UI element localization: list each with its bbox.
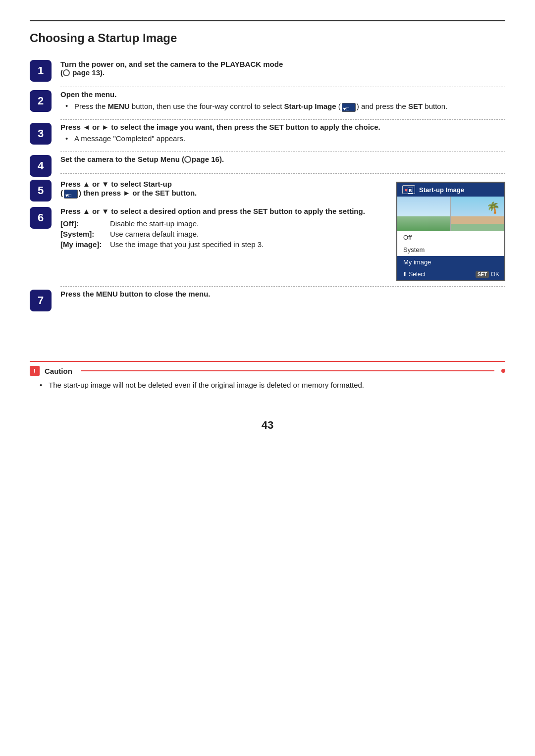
caution-label: Caution xyxy=(45,367,72,375)
caution-dot xyxy=(501,369,505,373)
step-7-title: Press the MENU button to close the menu. xyxy=(60,290,505,298)
option-system-value: Use camera default image. xyxy=(110,230,381,238)
camera-option-off: Off xyxy=(397,231,504,244)
camera-ui-options: Off System My image xyxy=(397,231,504,268)
step-6-title: Press ▲ or ▼ to select a desired option … xyxy=(60,207,381,215)
step-number-3: 3 xyxy=(30,123,52,145)
camera-option-system: System xyxy=(397,244,504,256)
palm-tree-icon: 🌴 xyxy=(486,202,500,214)
caution-header: ! Caution xyxy=(30,366,505,376)
top-border xyxy=(30,20,505,21)
step-5-title: Press ▲ or ▼ to select Start-up ( ♥□ ) t… xyxy=(60,180,381,197)
option-off-value: Disable the start-up image. xyxy=(110,219,381,228)
option-system-key: [System]: xyxy=(60,230,105,238)
step-3-bullet-1: A message "Completed" appears. xyxy=(65,134,505,143)
step-3-bullets: A message "Completed" appears. xyxy=(60,134,505,143)
caution-bullets: The start-up image will not be deleted e… xyxy=(30,381,505,389)
camera-ui: ♥B Start-up Image 🌴 Off System My image xyxy=(396,182,505,281)
camera-image-left xyxy=(397,197,451,231)
step-1: 1 Turn the power on, and set the camera … xyxy=(30,57,505,87)
step-2-content: Open the menu. Press the MENU button, th… xyxy=(60,87,505,120)
step-number-2: 2 xyxy=(30,90,52,112)
step-3-title: Press ◄ or ► to select the image you wan… xyxy=(60,123,505,131)
step-7-content: Press the MENU button to close the menu. xyxy=(60,287,505,308)
camera-ui-header: ♥B Start-up Image xyxy=(397,183,504,197)
step-7: 7 Press the MENU button to close the men… xyxy=(30,287,505,311)
camera-image-right: 🌴 xyxy=(451,197,504,231)
camera-ui-title: Start-up Image xyxy=(419,186,464,194)
step-3-content: Press ◄ or ► to select the image you wan… xyxy=(60,120,505,152)
step-number-4: 4 xyxy=(30,155,52,177)
step-1-content: Turn the power on, and set the camera to… xyxy=(60,57,505,87)
step-2: 2 Open the menu. Press the MENU button, … xyxy=(30,87,505,120)
camera-option-myimage: My image xyxy=(397,256,504,268)
step-3: 3 Press ◄ or ► to select the image you w… xyxy=(30,120,505,152)
camera-ui-image-row: 🌴 xyxy=(397,197,504,231)
step-number-1: 1 xyxy=(30,60,52,82)
camera-footer-ok: SET OK xyxy=(476,271,499,278)
step-5: 5 Press ▲ or ▼ to select Start-up ( ♥□ )… xyxy=(30,177,381,204)
caution-section: ! Caution The start-up image will not be… xyxy=(30,361,505,389)
option-table: [Off]: Disable the start-up image. [Syst… xyxy=(60,219,381,249)
camera-footer-select: ⬆ Select xyxy=(402,271,426,278)
step-2-bullet-1: Press the MENU button, then use the four… xyxy=(65,101,505,110)
step-4-content: Set the camera to the Setup Menu (page 1… xyxy=(60,152,505,174)
step-5-content: Press ▲ or ▼ to select Start-up ( ♥□ ) t… xyxy=(60,177,381,204)
page-number: 43 xyxy=(30,419,505,432)
step-4-title: Set the camera to the Setup Menu (page 1… xyxy=(60,155,505,163)
page-title: Choosing a Startup Image xyxy=(30,31,505,45)
caution-bullet-1: The start-up image will not be deleted e… xyxy=(40,381,505,389)
step-2-bullets: Press the MENU button, then use the four… xyxy=(60,101,505,110)
step-number-5: 5 xyxy=(30,180,52,202)
step-number-7: 7 xyxy=(30,290,52,311)
caution-icon: ! xyxy=(30,366,40,376)
step-6: 6 Press ▲ or ▼ to select a desired optio… xyxy=(30,204,381,255)
camera-ui-footer: ⬆ Select SET OK xyxy=(397,268,504,280)
step-1-title: Turn the power on, and set the camera to… xyxy=(60,60,505,77)
option-myimage-value: Use the image that you just specified in… xyxy=(110,240,381,249)
step-number-6: 6 xyxy=(30,207,52,229)
step-6-content: Press ▲ or ▼ to select a desired option … xyxy=(60,204,381,255)
heart-camera-icon: ♥B xyxy=(402,185,415,194)
set-badge: SET xyxy=(476,271,489,278)
option-off-key: [Off]: xyxy=(60,219,105,228)
step-2-title: Open the menu. xyxy=(60,90,505,99)
option-myimage-key: [My image]: xyxy=(60,240,105,249)
step-4: 4 Set the camera to the Setup Menu (page… xyxy=(30,152,505,177)
